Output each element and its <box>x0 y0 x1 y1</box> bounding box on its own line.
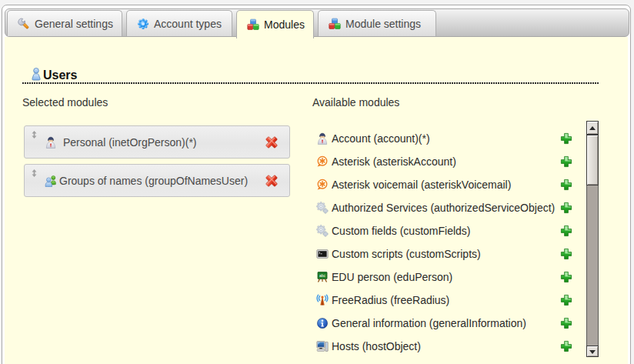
svg-text:abc: abc <box>319 273 326 278</box>
